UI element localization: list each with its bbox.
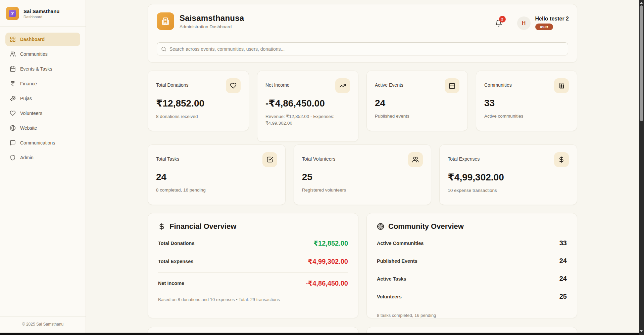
sidebar-item-communities[interactable]: Communities: [5, 47, 80, 61]
building-logo-icon: [157, 12, 174, 30]
org-header: Sai Samsthanu Dashboard: [0, 0, 86, 27]
stat-value: 25: [302, 172, 423, 182]
scroll-up-arrow-icon[interactable]: [640, 2, 643, 4]
avatar[interactable]: H: [517, 16, 531, 30]
sidebar-item-label: Admin: [20, 155, 34, 160]
stat-card-total-tasks: Total Tasks 24 8 completed, 16 pending: [148, 144, 286, 205]
search-icon: [161, 46, 166, 52]
financial-row-net-income: Net Income -₹4,86,450.00: [158, 273, 348, 292]
stat-value: 33: [484, 98, 569, 109]
community-value: 25: [559, 293, 567, 300]
bottom-card-left: [148, 327, 358, 333]
sidebar-item-volunteers[interactable]: Volunteers: [5, 107, 80, 120]
check-square-icon: [262, 152, 277, 167]
org-logo: [6, 7, 19, 20]
globe-icon: [10, 125, 16, 131]
community-row-active-tasks: Active Tasks 24: [377, 270, 567, 288]
stat-value: 24: [375, 98, 459, 109]
window-bottom-bar: [0, 333, 644, 335]
community-footnote: 8 tasks completed, 16 pending: [377, 313, 567, 318]
community-value: 24: [559, 275, 567, 283]
app-root: Sai Samsthanu Dashboard Dashboard Commun…: [0, 0, 644, 335]
sidebar-item-label: Website: [20, 125, 37, 131]
sidebar-nav: Dashboard Communities Events & Tasks Fin…: [0, 27, 86, 170]
community-row-volunteers: Volunteers 25: [377, 288, 567, 305]
page-title: Saisamsthanusa: [180, 13, 244, 23]
stat-subtitle: Registered volunteers: [302, 187, 423, 194]
stat-title: Net Income: [265, 78, 290, 88]
panel-title: Community Overview: [388, 222, 464, 231]
heart-icon: [226, 78, 241, 93]
stat-card-total-volunteers: Total Volunteers 25 Registered volunteer…: [294, 144, 432, 205]
hand-heart-icon: [10, 95, 16, 101]
shield-icon: [10, 155, 16, 161]
financial-value: -₹4,86,450.00: [306, 279, 348, 287]
stat-title: Total Tasks: [156, 152, 179, 162]
page-header: Saisamsthanusa Administration Dashboard …: [148, 4, 577, 62]
stat-title: Active Events: [375, 78, 403, 88]
stat-card-net-income: Net Income -₹4,86,450.00 Revenue: ₹12,85…: [257, 71, 358, 142]
stat-subtitle: 8 donations received: [156, 113, 241, 120]
stat-title: Total Expenses: [448, 152, 480, 162]
stat-value: -₹4,86,450.00: [265, 98, 350, 109]
rupee-icon: [10, 81, 16, 87]
calendar-icon: [445, 78, 459, 93]
scrollbar-thumb[interactable]: [640, 5, 643, 121]
sidebar-item-pujas[interactable]: Pujas: [5, 92, 80, 105]
om-icon: [9, 10, 16, 17]
financial-overview-panel: Financial Overview Total Donations ₹12,8…: [148, 213, 358, 318]
sidebar-item-admin[interactable]: Admin: [5, 151, 80, 164]
main-area: Saisamsthanusa Administration Dashboard …: [86, 0, 639, 333]
community-overview-panel: Community Overview Active Communities 33…: [366, 213, 577, 318]
page-subtitle: Administration Dashboard: [180, 24, 244, 29]
greeting-text: Hello tester 2: [535, 16, 569, 22]
panel-title: Financial Overview: [169, 222, 236, 231]
users-icon: [10, 51, 16, 57]
community-row-active-communities: Active Communities 33: [377, 234, 567, 252]
sidebar-item-label: Events & Tasks: [20, 66, 52, 72]
overview-row: Financial Overview Total Donations ₹12,8…: [148, 213, 577, 318]
sidebar-item-website[interactable]: Website: [5, 121, 80, 135]
stat-card-total-donations: Total Donations ₹12,852.00 8 donations r…: [148, 71, 249, 131]
financial-value: ₹4,99,302.00: [308, 257, 348, 265]
stat-subtitle: Published events: [375, 113, 459, 120]
scroll-down-arrow-icon[interactable]: [640, 330, 643, 332]
dollar-icon: [158, 223, 165, 230]
financial-footnote: Based on 8 donations and 10 expenses • T…: [158, 297, 348, 302]
heart-icon: [10, 110, 16, 116]
notifications-button[interactable]: 2: [494, 18, 504, 28]
sidebar-item-label: Pujas: [20, 96, 32, 101]
grid-icon: [10, 36, 16, 42]
sidebar-item-label: Communications: [20, 140, 55, 145]
role-badge: user: [535, 24, 553, 30]
org-subtitle: Dashboard: [23, 15, 60, 19]
sidebar-item-dashboard[interactable]: Dashboard: [5, 33, 80, 46]
sidebar-item-label: Finance: [20, 81, 37, 86]
financial-row-expenses: Total Expenses ₹4,99,302.00: [158, 252, 348, 270]
stat-card-total-expenses: Total Expenses ₹4,99,302.00 10 expense t…: [439, 144, 577, 205]
sidebar-item-label: Communities: [20, 51, 48, 57]
dollar-icon: [554, 152, 569, 167]
sidebar-item-communications[interactable]: Communications: [5, 136, 80, 150]
users-icon: [408, 152, 423, 167]
stat-subtitle: 8 completed, 16 pending: [156, 187, 277, 194]
stat-card-active-events: Active Events 24 Published events: [366, 71, 468, 131]
stat-title: Communities: [484, 78, 512, 88]
target-icon: [377, 223, 384, 230]
org-name: Sai Samsthanu: [23, 8, 60, 14]
sidebar-item-finance[interactable]: Finance: [5, 77, 80, 90]
sidebar-item-events-tasks[interactable]: Events & Tasks: [5, 62, 80, 76]
sidebar-item-label: Volunteers: [20, 111, 42, 116]
bottom-card-right: [366, 327, 577, 333]
notification-badge: 2: [499, 16, 506, 23]
stats-row-2: Total Tasks 24 8 completed, 16 pending T…: [148, 144, 577, 205]
message-icon: [10, 140, 16, 146]
stat-title: Total Volunteers: [302, 152, 336, 162]
sidebar: Sai Samsthanu Dashboard Dashboard Commun…: [0, 0, 86, 333]
search-input[interactable]: [169, 46, 564, 52]
financial-value: ₹12,852.00: [313, 239, 348, 247]
vertical-scrollbar[interactable]: [639, 0, 644, 335]
calendar-icon: [10, 66, 16, 72]
stat-subtitle: Active communities: [484, 113, 569, 120]
bottom-row: [148, 327, 577, 333]
